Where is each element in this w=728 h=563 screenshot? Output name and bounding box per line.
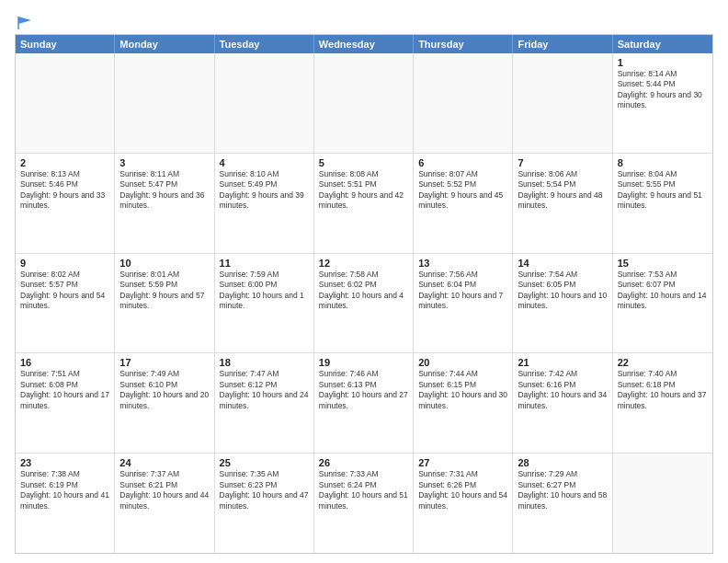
- calendar-cell-2-2: 11Sunrise: 7:59 AM Sunset: 6:00 PM Dayli…: [215, 254, 314, 353]
- calendar-header: SundayMondayTuesdayWednesdayThursdayFrid…: [16, 35, 712, 53]
- day-info: Sunrise: 7:46 AM Sunset: 6:13 PM Dayligh…: [319, 369, 408, 411]
- day-info: Sunrise: 8:14 AM Sunset: 5:44 PM Dayligh…: [618, 69, 708, 111]
- header: [15, 11, 713, 29]
- calendar-cell-2-5: 14Sunrise: 7:54 AM Sunset: 6:05 PM Dayli…: [513, 254, 612, 353]
- calendar-cell-1-0: 2Sunrise: 8:13 AM Sunset: 5:46 PM Daylig…: [16, 154, 115, 253]
- calendar-cell-3-3: 19Sunrise: 7:46 AM Sunset: 6:13 PM Dayli…: [314, 353, 414, 453]
- day-number: 24: [119, 457, 209, 468]
- day-info: Sunrise: 8:02 AM Sunset: 5:57 PM Dayligh…: [20, 270, 109, 312]
- calendar: SundayMondayTuesdayWednesdayThursdayFrid…: [15, 34, 713, 554]
- calendar-cell-4-1: 24Sunrise: 7:37 AM Sunset: 6:21 PM Dayli…: [115, 454, 214, 553]
- day-info: Sunrise: 7:33 AM Sunset: 6:24 PM Dayligh…: [319, 469, 408, 511]
- day-info: Sunrise: 7:51 AM Sunset: 6:08 PM Dayligh…: [20, 369, 109, 411]
- calendar-body: 1Sunrise: 8:14 AM Sunset: 5:44 PM Daylig…: [16, 53, 712, 553]
- day-info: Sunrise: 7:29 AM Sunset: 6:27 PM Dayligh…: [518, 469, 607, 511]
- day-info: Sunrise: 8:10 AM Sunset: 5:49 PM Dayligh…: [220, 169, 309, 212]
- calendar-header-sunday: Sunday: [16, 35, 115, 53]
- calendar-cell-0-1: [115, 53, 214, 153]
- calendar-cell-1-5: 7Sunrise: 8:06 AM Sunset: 5:54 PM Daylig…: [513, 154, 612, 253]
- logo-flag-icon: [17, 15, 33, 31]
- day-number: 23: [20, 457, 109, 468]
- calendar-cell-3-0: 16Sunrise: 7:51 AM Sunset: 6:08 PM Dayli…: [16, 353, 115, 453]
- calendar-cell-2-1: 10Sunrise: 8:01 AM Sunset: 5:59 PM Dayli…: [115, 254, 214, 353]
- day-number: 16: [20, 357, 109, 368]
- day-number: 20: [418, 357, 507, 368]
- calendar-row-1: 2Sunrise: 8:13 AM Sunset: 5:46 PM Daylig…: [16, 154, 712, 254]
- day-info: Sunrise: 7:47 AM Sunset: 6:12 PM Dayligh…: [220, 369, 309, 411]
- day-info: Sunrise: 8:01 AM Sunset: 5:59 PM Dayligh…: [119, 270, 209, 312]
- day-number: 14: [518, 258, 607, 269]
- day-number: 11: [220, 258, 309, 269]
- calendar-cell-0-4: [414, 53, 513, 153]
- day-number: 27: [418, 457, 507, 468]
- day-number: 2: [20, 157, 109, 168]
- day-info: Sunrise: 7:35 AM Sunset: 6:23 PM Dayligh…: [220, 469, 309, 511]
- calendar-cell-1-3: 5Sunrise: 8:08 AM Sunset: 5:51 PM Daylig…: [314, 154, 414, 253]
- calendar-cell-2-0: 9Sunrise: 8:02 AM Sunset: 5:57 PM Daylig…: [16, 254, 115, 353]
- day-number: 19: [319, 357, 408, 368]
- calendar-row-2: 9Sunrise: 8:02 AM Sunset: 5:57 PM Daylig…: [16, 254, 712, 354]
- day-info: Sunrise: 7:42 AM Sunset: 6:16 PM Dayligh…: [518, 369, 607, 411]
- calendar-cell-1-2: 4Sunrise: 8:10 AM Sunset: 5:49 PM Daylig…: [215, 154, 314, 253]
- day-number: 9: [20, 258, 109, 269]
- calendar-cell-0-2: [215, 53, 314, 153]
- calendar-cell-4-5: 28Sunrise: 7:29 AM Sunset: 6:27 PM Dayli…: [513, 454, 612, 553]
- day-number: 7: [518, 157, 607, 168]
- day-info: Sunrise: 7:44 AM Sunset: 6:15 PM Dayligh…: [418, 369, 507, 411]
- calendar-cell-4-0: 23Sunrise: 7:38 AM Sunset: 6:19 PM Dayli…: [16, 454, 115, 553]
- calendar-header-saturday: Saturday: [613, 35, 712, 53]
- calendar-row-0: 1Sunrise: 8:14 AM Sunset: 5:44 PM Daylig…: [16, 53, 712, 154]
- calendar-row-3: 16Sunrise: 7:51 AM Sunset: 6:08 PM Dayli…: [16, 353, 712, 454]
- calendar-cell-1-4: 6Sunrise: 8:07 AM Sunset: 5:52 PM Daylig…: [414, 154, 513, 253]
- day-info: Sunrise: 8:08 AM Sunset: 5:51 PM Dayligh…: [319, 169, 408, 212]
- calendar-header-thursday: Thursday: [414, 35, 513, 53]
- day-info: Sunrise: 8:11 AM Sunset: 5:47 PM Dayligh…: [119, 169, 209, 212]
- day-info: Sunrise: 7:54 AM Sunset: 6:05 PM Dayligh…: [518, 270, 607, 312]
- logo: [15, 15, 33, 29]
- day-number: 3: [119, 157, 209, 168]
- calendar-cell-1-6: 8Sunrise: 8:04 AM Sunset: 5:55 PM Daylig…: [613, 154, 712, 253]
- day-number: 25: [220, 457, 309, 468]
- calendar-cell-3-5: 21Sunrise: 7:42 AM Sunset: 6:16 PM Dayli…: [513, 353, 612, 453]
- calendar-cell-3-6: 22Sunrise: 7:40 AM Sunset: 6:18 PM Dayli…: [613, 353, 712, 453]
- calendar-cell-4-6: [613, 454, 712, 553]
- day-info: Sunrise: 7:31 AM Sunset: 6:26 PM Dayligh…: [418, 469, 507, 511]
- page: SundayMondayTuesdayWednesdayThursdayFrid…: [0, 0, 728, 563]
- calendar-cell-4-3: 26Sunrise: 7:33 AM Sunset: 6:24 PM Dayli…: [314, 454, 414, 553]
- day-info: Sunrise: 7:49 AM Sunset: 6:10 PM Dayligh…: [119, 369, 209, 411]
- day-number: 18: [220, 357, 309, 368]
- day-number: 22: [618, 357, 708, 368]
- calendar-cell-0-6: 1Sunrise: 8:14 AM Sunset: 5:44 PM Daylig…: [613, 53, 712, 153]
- day-number: 21: [518, 357, 607, 368]
- day-number: 17: [119, 357, 209, 368]
- day-info: Sunrise: 7:56 AM Sunset: 6:04 PM Dayligh…: [418, 270, 507, 312]
- day-number: 6: [418, 157, 507, 168]
- calendar-cell-0-3: [314, 53, 414, 153]
- calendar-cell-2-6: 15Sunrise: 7:53 AM Sunset: 6:07 PM Dayli…: [613, 254, 712, 353]
- calendar-row-4: 23Sunrise: 7:38 AM Sunset: 6:19 PM Dayli…: [16, 454, 712, 553]
- day-number: 5: [319, 157, 408, 168]
- day-info: Sunrise: 7:59 AM Sunset: 6:00 PM Dayligh…: [220, 270, 309, 312]
- calendar-cell-0-5: [513, 53, 612, 153]
- day-number: 10: [119, 258, 209, 269]
- day-info: Sunrise: 7:37 AM Sunset: 6:21 PM Dayligh…: [119, 469, 209, 511]
- day-info: Sunrise: 7:58 AM Sunset: 6:02 PM Dayligh…: [319, 270, 408, 312]
- day-number: 13: [418, 258, 507, 269]
- day-info: Sunrise: 8:13 AM Sunset: 5:46 PM Dayligh…: [20, 169, 109, 212]
- day-number: 4: [220, 157, 309, 168]
- calendar-cell-3-4: 20Sunrise: 7:44 AM Sunset: 6:15 PM Dayli…: [414, 353, 513, 453]
- calendar-cell-3-2: 18Sunrise: 7:47 AM Sunset: 6:12 PM Dayli…: [215, 353, 314, 453]
- day-number: 15: [618, 258, 708, 269]
- calendar-header-tuesday: Tuesday: [215, 35, 314, 53]
- day-info: Sunrise: 7:53 AM Sunset: 6:07 PM Dayligh…: [618, 270, 708, 312]
- svg-marker-0: [18, 17, 31, 24]
- day-number: 8: [618, 157, 708, 168]
- calendar-cell-1-1: 3Sunrise: 8:11 AM Sunset: 5:47 PM Daylig…: [115, 154, 214, 253]
- calendar-header-friday: Friday: [513, 35, 612, 53]
- calendar-header-monday: Monday: [115, 35, 214, 53]
- day-number: 26: [319, 457, 408, 468]
- day-number: 28: [518, 457, 607, 468]
- calendar-header-wednesday: Wednesday: [314, 35, 414, 53]
- day-info: Sunrise: 7:40 AM Sunset: 6:18 PM Dayligh…: [618, 369, 708, 411]
- calendar-cell-0-0: [16, 53, 115, 153]
